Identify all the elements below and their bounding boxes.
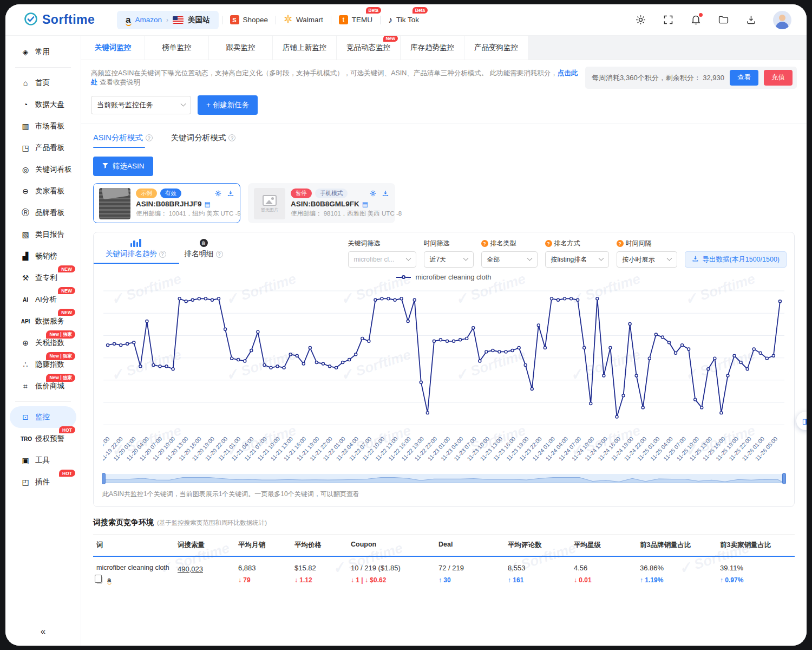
marketplace-amazon-region[interactable]: a Amazon › 美国站 [117, 11, 219, 29]
tab-跟卖监控[interactable]: 跟卖监控 [209, 36, 273, 60]
card-download-icon[interactable] [227, 190, 234, 197]
sidebar-item-卖家看板[interactable]: ⊖卖家看板 [10, 180, 76, 202]
region-label[interactable]: 美国站 [188, 15, 210, 25]
sidebar-item-label: 畅销榜 [35, 251, 57, 261]
task-select[interactable]: 当前账号监控任务 [91, 96, 191, 114]
marketplace-nav: SShopeeWalmarttTEMUBeta♪Tik TokBeta [222, 10, 427, 29]
sidebar-item-畅销榜[interactable]: ▟畅销榜 [10, 245, 76, 267]
download-icon[interactable] [745, 14, 757, 25]
sidebar-item-数据大盘[interactable]: ◔数据大盘 [10, 94, 76, 115]
shield-icon: ◈ [21, 48, 30, 56]
tab-库存趋势监控[interactable]: 库存趋势监控 [401, 36, 464, 60]
marketplace-tiktok[interactable]: ♪Tik TokBeta [381, 11, 427, 29]
sidebar-item-常用[interactable]: ◈常用 [10, 41, 76, 63]
sidebar-item-侵权预警[interactable]: TRO侵权预警HOT [10, 428, 76, 450]
tab-店铺上新监控[interactable]: 店铺上新监控 [273, 36, 337, 60]
control-select-时间间隔[interactable]: 按小时展示 [617, 251, 677, 268]
tab-rank-detail[interactable]: 自 排名明细? [185, 239, 223, 263]
help-icon[interactable]: ? [146, 134, 153, 141]
marketplace-walmart[interactable]: Walmart [276, 10, 331, 29]
tab-产品变狗监控[interactable]: 产品变狗监控 [464, 36, 528, 60]
avatar[interactable] [773, 11, 791, 29]
points-text: 每周消耗3,360个积分，剩余积分： 32,930 [592, 73, 724, 83]
control-select-排名类型[interactable]: 全部 [481, 251, 538, 268]
sidebar-item-市场看板[interactable]: ▥市场看板 [10, 115, 76, 137]
sidebar-item-产品看板[interactable]: ◳产品看板 [10, 137, 76, 159]
help-icon[interactable]: ? [159, 251, 166, 258]
divider [81, 123, 807, 124]
amazon-label[interactable]: Amazon [135, 16, 162, 24]
card-download-icon[interactable] [382, 190, 389, 197]
tab-关键词监控[interactable]: 关键词监控 [81, 36, 145, 60]
sidebar-item-label: 查专利 [35, 273, 57, 283]
trend-chart[interactable]: 11-19 19:0011-19 22:0011-20 01:0011-20 0… [103, 282, 784, 474]
asin-card-2[interactable]: 暂无图片 暂停 手机模式 ASIN:B0B8GML9FK▤ 使用邮编： 9810… [248, 183, 395, 223]
settings-icon[interactable] [635, 14, 646, 25]
trend-chart-svg: 11-19 19:0011-19 22:0011-20 01:0011-20 0… [103, 282, 784, 474]
asin-card-1[interactable]: 示例 有效 ASIN:B08BRJHJF9▤ 使用邮编： 10041，纽约 美东… [93, 183, 240, 223]
keyword-text: microfiber cleaning cloth [96, 564, 171, 571]
card-settings-icon[interactable] [369, 190, 377, 197]
tab-keyword-rank-trend[interactable]: 关键词排名趋势? [106, 239, 166, 263]
tiktok-icon: ♪ [388, 15, 392, 25]
card-settings-icon[interactable] [214, 190, 222, 197]
help-icon[interactable]: ? [216, 251, 223, 258]
report-icon[interactable]: ▤ [362, 200, 368, 208]
search-volume-link[interactable]: 490,023 [178, 565, 203, 573]
view-points-button[interactable]: 查看 [730, 70, 758, 86]
fullscreen-icon[interactable] [663, 14, 674, 25]
marketplace-temu[interactable]: tTEMUBeta [331, 11, 380, 29]
chart-zoom-brush[interactable] [103, 474, 784, 483]
asin-code[interactable]: ASIN:B0B8GML9FK [291, 200, 359, 208]
notifications-icon[interactable] [690, 14, 702, 25]
control-label: ?排名方式 [545, 239, 609, 248]
sidebar-item-查专利[interactable]: ⚒查专利NEW [10, 267, 76, 289]
control-select-时间筛选[interactable]: 近7天 [424, 251, 474, 268]
tab-竞品动态监控[interactable]: 竞品动态监控New [337, 36, 401, 60]
sidebar-item-AI分析[interactable]: AIAI分析NEW [10, 289, 76, 310]
asin-thumbnail-placeholder: 暂无图片 [254, 188, 285, 219]
sorftime-logo[interactable]: Sorftime [24, 12, 109, 28]
asin-code[interactable]: ASIN:B08BRJHJF9 [136, 200, 202, 208]
tab-asin-mode[interactable]: ASIN分析模式? [93, 133, 153, 148]
brush-handle-left[interactable] [102, 473, 106, 484]
metric-cell-1: $15.82↓ 1.12 [291, 557, 348, 592]
filter-asin-button[interactable]: 筛选ASIN [93, 157, 153, 176]
legend-label: microfiber cleaning cloth [415, 273, 491, 281]
metric-cell-3: 72 / 219↑ 30 [435, 557, 505, 592]
copy-icon[interactable] [96, 576, 102, 583]
sidebar-item-关键词看板[interactable]: ◎关键词看板 [10, 159, 76, 180]
sidebar-item-类目报告[interactable]: ▧类目报告 [10, 224, 76, 245]
create-task-button[interactable]: + 创建新任务 [198, 95, 258, 115]
folder-icon[interactable] [718, 14, 729, 25]
sidebar-item-监控[interactable]: ⊡监控 [10, 406, 76, 428]
chart-legend[interactable]: microfiber cleaning cloth [94, 273, 794, 281]
sidebar-item-插件[interactable]: ◰插件HOT [10, 471, 76, 493]
metric-value: 39.11% [720, 564, 791, 572]
task-bar: 当前账号监控任务 + 创建新任务 [91, 95, 797, 115]
sidebar-item-品牌看板[interactable]: Ⓡ品牌看板 [10, 202, 76, 224]
tab-keyword-mode[interactable]: 关键词分析模式? [171, 133, 236, 148]
export-data-button[interactable]: 导出数据(本月1500/1500) [685, 251, 787, 268]
tab-榜单监控[interactable]: 榜单监控 [145, 36, 209, 60]
banner-main-text: 高频监控ASIN在关键词下曝光位置动态，支持高自定义化（多时段，支持手机模式），… [91, 69, 558, 77]
brush-handle-right[interactable] [782, 473, 786, 484]
sidebar-item-工具[interactable]: ▣工具 [10, 450, 76, 471]
marketplace-shopee[interactable]: SShopee [222, 11, 276, 29]
report-icon[interactable]: ▤ [205, 200, 211, 208]
control-select-排名方式[interactable]: 按listing排名 [545, 251, 609, 268]
amazon-icon[interactable]: a [107, 576, 111, 583]
control-select-关键词筛选[interactable]: microfiber cl... [348, 251, 416, 268]
sidebar-item-label: 数据服务 [35, 316, 64, 326]
sidebar-item-数据服务[interactable]: API数据服务NEW [10, 310, 76, 332]
sidebar-item-首页[interactable]: ⌂首页 [10, 72, 76, 94]
sidebar-item-关税指数[interactable]: ⊕关税指数New | 独家 [10, 332, 76, 354]
metric-delta: ↑ 30 [438, 576, 501, 584]
sidebar-item-低价商城[interactable]: ⌗低价商城New | 独家 [10, 375, 76, 397]
recharge-button[interactable]: 充值 [764, 70, 793, 86]
chevron-down-icon [181, 101, 186, 106]
help-icon[interactable]: ? [228, 134, 235, 141]
sidebar-item-隐赚指数[interactable]: ∴隐赚指数New | 独家 [10, 354, 76, 375]
sidebar-collapse-button[interactable]: « [5, 619, 81, 646]
select-value: 按listing排名 [551, 255, 587, 264]
